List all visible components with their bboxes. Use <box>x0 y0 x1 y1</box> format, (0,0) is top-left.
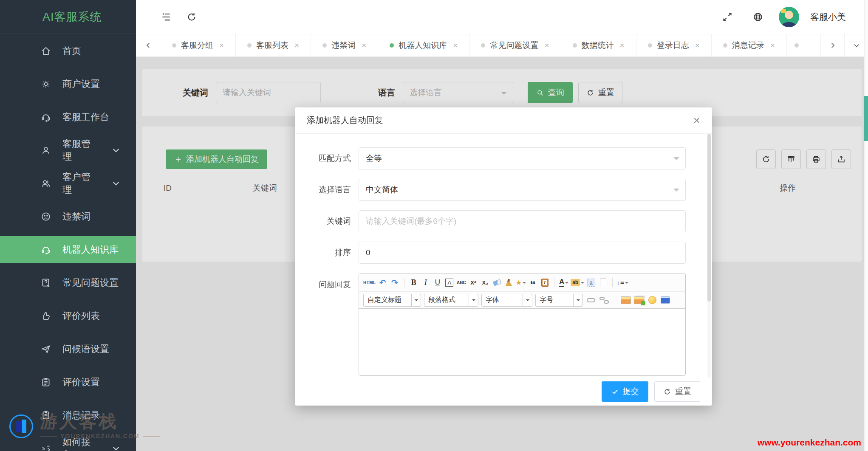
tab-close-icon[interactable]: × <box>695 41 700 50</box>
magic-wand-icon: ★ <box>516 279 522 287</box>
tab-login-log[interactable]: 登录日志× <box>636 34 712 56</box>
tab-data-statistics[interactable]: 数据统计× <box>561 34 636 56</box>
insert-link-button[interactable] <box>586 294 596 306</box>
tab-robot-knowledge[interactable]: 机器人知识库× <box>378 34 469 56</box>
match-type-label: 匹配方式 <box>295 153 359 164</box>
bold-button[interactable]: B <box>409 276 419 288</box>
keyword-label: 关键词 <box>295 216 359 227</box>
sidebar-item-customer-management[interactable]: 客户管理 <box>0 170 136 197</box>
tab-close-icon[interactable]: × <box>219 41 224 50</box>
tab-close-icon[interactable]: × <box>620 41 625 50</box>
emoji-button[interactable] <box>647 294 657 306</box>
fullscreen-button[interactable] <box>718 7 737 27</box>
sidebar-item-label: 评价列表 <box>62 310 100 322</box>
tab-close-icon[interactable]: × <box>544 41 549 50</box>
tab-cs-group[interactable]: 客服分组× <box>161 34 236 56</box>
tabs-scroll-left-button[interactable] <box>136 34 161 56</box>
sidebar-item-review-settings[interactable]: 评价设置 <box>0 369 136 396</box>
tab-faq-settings[interactable]: 常见问题设置× <box>469 34 561 56</box>
submit-button[interactable]: 提交 <box>602 381 648 402</box>
tab-forbidden-words[interactable]: 违禁词× <box>311 34 378 56</box>
question-doc-icon <box>40 277 51 288</box>
image-icon <box>621 296 631 304</box>
html-source-button[interactable]: HTML <box>363 276 376 288</box>
refresh-page-button[interactable] <box>182 7 201 27</box>
tab-message-records[interactable]: 消息记录× <box>712 34 787 56</box>
modal-reset-button[interactable]: 重置 <box>654 381 700 402</box>
language-globe-button[interactable] <box>748 7 768 27</box>
blockquote-button[interactable]: “ <box>528 276 538 288</box>
sidebar-item-greeting-settings[interactable]: 问候语设置 <box>0 335 136 363</box>
tab-dot <box>648 43 652 48</box>
auto-format-button[interactable]: ★ <box>516 276 526 288</box>
sidebar-item-workbench[interactable]: 客服工作台 <box>0 104 136 131</box>
undo-button[interactable]: ↶ <box>378 276 388 288</box>
paragraph-format-select[interactable]: 段落格式 <box>424 294 478 307</box>
redo-button[interactable]: ↷ <box>390 276 400 288</box>
modal-close-icon[interactable]: × <box>693 115 700 127</box>
modal-scrollbar-thumb[interactable] <box>707 134 711 302</box>
sidebar-menu: 首页 商户设置 客服工作台 客服管理 客户管理 违禁词 机器人知识库 <box>0 37 136 451</box>
sidebar-item-home[interactable]: 首页 <box>0 37 136 65</box>
sidebar-item-robot-knowledge[interactable]: 机器人知识库 <box>0 236 136 263</box>
sort-input[interactable] <box>359 242 686 264</box>
sidebar-item-label: 问候语设置 <box>62 343 109 355</box>
check-icon <box>611 388 619 396</box>
font-family-select[interactable]: 字体 <box>481 294 532 307</box>
remove-link-button[interactable] <box>599 294 609 306</box>
insert-video-button[interactable] <box>660 294 670 306</box>
user-avatar[interactable] <box>779 7 799 27</box>
clear-format-button[interactable] <box>504 276 514 288</box>
multi-image-button[interactable] <box>634 294 644 306</box>
custom-title-select[interactable]: 自定义标题 <box>363 294 421 307</box>
page-scrollbar-thumb[interactable] <box>864 96 868 141</box>
anchor-button[interactable]: a <box>586 276 596 288</box>
insert-image-button[interactable] <box>621 294 631 306</box>
match-type-select[interactable]: 全等 <box>359 147 686 169</box>
strikethrough-button[interactable]: ABC <box>456 276 467 288</box>
highlight-color-button[interactable]: ab <box>571 276 584 288</box>
line-height-button[interactable]: ↕≡ <box>617 276 628 288</box>
menu-fold-icon <box>161 11 172 23</box>
tab-dot <box>172 43 176 48</box>
underline-button[interactable]: U <box>433 276 443 288</box>
language-select[interactable]: 中文简体 <box>359 179 686 201</box>
sidebar: AI客服系统 首页 商户设置 客服工作台 客服管理 客户管理 违禁词 <box>0 0 136 451</box>
tab-close-icon[interactable]: × <box>294 41 299 50</box>
eraser-button[interactable] <box>492 276 502 288</box>
italic-button[interactable]: I <box>421 276 431 288</box>
thumbs-up-icon <box>40 310 51 321</box>
font-size-select[interactable]: 字号 <box>535 294 583 307</box>
refresh-icon <box>186 11 197 23</box>
sidebar-item-forbidden-words[interactable]: 违禁词 <box>0 203 136 230</box>
user-name[interactable]: 客服小美 <box>810 11 846 23</box>
editor-content-area[interactable] <box>359 308 685 375</box>
tab-close-icon[interactable]: × <box>362 41 366 50</box>
users-icon <box>40 178 51 189</box>
sidebar-item-cs-management[interactable]: 客服管理 <box>0 137 136 164</box>
collapse-menu-button[interactable] <box>156 7 176 27</box>
vendor-name: 游人客栈 <box>40 413 160 430</box>
font-color-button[interactable]: A <box>559 276 569 288</box>
subscript-button[interactable]: X₂ <box>480 276 490 288</box>
globe-icon <box>752 11 763 23</box>
tab-close-icon[interactable]: × <box>770 41 775 50</box>
blank-page-icon <box>600 279 606 286</box>
paste-text-button[interactable]: T <box>540 276 550 288</box>
tab-cs-list[interactable]: 客服列表× <box>236 34 311 56</box>
broom-icon <box>506 279 512 286</box>
new-page-button[interactable] <box>598 276 608 288</box>
sidebar-item-review-list[interactable]: 评价列表 <box>0 302 136 330</box>
sidebar-item-faq-settings[interactable]: 常见问题设置 <box>0 269 136 296</box>
tab-close-icon[interactable]: × <box>453 41 458 50</box>
app-logo-title: AI客服系统 <box>0 0 136 34</box>
font-border-button[interactable]: A <box>445 279 453 287</box>
sidebar-item-merchant-settings[interactable]: 商户设置 <box>0 70 136 98</box>
page-scrollbar-track[interactable] <box>864 0 868 451</box>
tab-partial[interactable] <box>787 34 807 56</box>
tabs-scroll-right-button[interactable] <box>820 34 844 56</box>
sidebar-item-label: 客户管理 <box>62 171 99 196</box>
frown-face-icon <box>40 211 51 222</box>
superscript-button[interactable]: X² <box>468 276 478 288</box>
keyword-input[interactable] <box>359 210 686 232</box>
